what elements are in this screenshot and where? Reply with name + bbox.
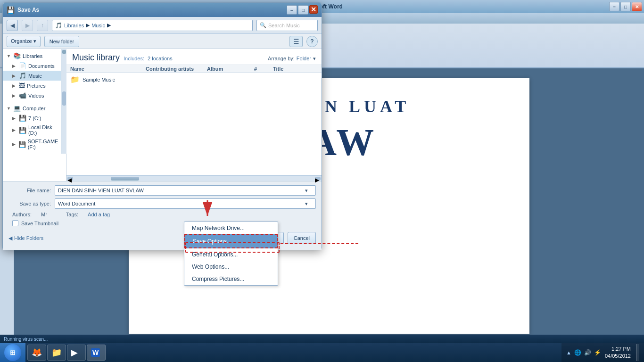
horizontal-scrollbar[interactable]: ◀ ▶ — [66, 175, 322, 181]
hide-folders-button[interactable]: ◀ Hide Folders — [8, 235, 43, 241]
taskbar-items: 🦊 📁 ▶ W — [25, 343, 561, 362]
save-thumbnail-label: Save Thumbnail — [21, 221, 58, 226]
libraries-label: Libraries — [23, 53, 42, 59]
includes-link[interactable]: 2 locations — [148, 56, 173, 61]
hide-folders-icon: ◀ — [8, 235, 12, 241]
filename-dropdown-arrow[interactable]: ▾ — [305, 188, 313, 194]
taskbar-right: ▲ 🌐 🔊 ⚡ 1:27 PM 04/05/2012 — [561, 343, 644, 362]
arrange-value[interactable]: Folder — [297, 56, 311, 61]
new-folder-button[interactable]: New folder — [44, 36, 80, 47]
nav-item-pictures[interactable]: ▶ 🖼 Pictures — [3, 81, 66, 90]
savetype-dropdown-arrow[interactable]: ▾ — [305, 201, 313, 207]
includes-label: Includes: — [124, 56, 144, 61]
menu-item-compress-pictures[interactable]: Compress Pictures... — [184, 273, 278, 285]
file-area-container: Music library Includes: 2 locations Arra… — [66, 49, 322, 181]
taskbar-item-firefox[interactable]: 🦊 — [27, 345, 46, 361]
menu-item-map-network[interactable]: Map Network Drive... — [184, 222, 278, 234]
dialog-body: ▼ 📚 Libraries ▶ 📄 Documents ▶ 🎵 Music ▶ … — [3, 49, 322, 181]
address-sep2: ▶ — [107, 22, 111, 28]
help-button[interactable]: ? — [306, 36, 318, 47]
cancel-button[interactable]: Cancel — [288, 232, 316, 244]
system-tray-icons: ▲ 🌐 🔊 ⚡ — [566, 349, 601, 356]
hscrollbar-thumb[interactable] — [111, 177, 139, 181]
tray-arrow-icon[interactable]: ▲ — [566, 350, 571, 355]
dialog-address-toolbar: ◀ ▶ ↑ 🎵 Libraries ▶ Music ▶ 🔍 Search Mus… — [3, 17, 322, 34]
volume-icon[interactable]: 🔊 — [584, 349, 591, 356]
system-clock[interactable]: 1:27 PM 04/05/2012 — [605, 346, 631, 360]
maximize-button[interactable]: □ — [620, 2, 631, 11]
dialog-title-bar: 💾 Save As – □ ✕ — [3, 3, 322, 17]
f-drive-icon: 💾 — [18, 141, 26, 148]
expand-libraries-icon: ▼ — [7, 54, 11, 58]
nav-item-libraries[interactable]: ▼ 📚 Libraries — [3, 51, 66, 61]
word-close-button[interactable]: ✕ — [632, 2, 642, 11]
search-box[interactable]: 🔍 Search Music — [256, 20, 318, 31]
menu-item-web-options[interactable]: Web Options... — [184, 261, 278, 273]
expand-f-icon: ▶ — [12, 142, 17, 147]
address-music: Music — [91, 23, 105, 28]
organize-button[interactable]: Organize ▾ — [7, 36, 41, 47]
view-toggle-button[interactable]: ☰ — [289, 36, 303, 47]
dialog-minimize-button[interactable]: – — [287, 5, 297, 15]
start-orb: ⊞ — [4, 344, 21, 361]
status-bar: Running virus scan... — [0, 335, 644, 343]
tags-value[interactable]: Add a tag — [88, 212, 110, 217]
col-artists-header[interactable]: Contributing artists — [146, 66, 207, 72]
hscrollbar-left-btn[interactable]: ◀ — [67, 177, 73, 181]
arrange-label: Arrange by: — [268, 56, 295, 61]
menu-item-general-options[interactable]: General Options... — [184, 248, 278, 261]
nav-item-c-drive[interactable]: ▶ 💾 7 (C:) — [3, 113, 66, 123]
list-item[interactable]: 📁 Sample Music — [66, 73, 322, 86]
nav-item-d-drive[interactable]: ▶ 💾 Local Disk (D:) — [3, 123, 66, 137]
expand-music-icon: ▶ — [12, 74, 17, 78]
show-desktop-button[interactable] — [636, 344, 639, 361]
c-drive-label: 7 (C:) — [28, 115, 41, 121]
battery-icon[interactable]: ⚡ — [594, 349, 601, 356]
forward-button[interactable]: ▶ — [22, 20, 33, 31]
savetype-label: Save as type: — [8, 201, 51, 206]
filename-input[interactable]: DIEN DAN SINH VIEN LUAT SVLAW ▾ — [55, 185, 316, 196]
address-path-icon: 🎵 — [55, 22, 62, 29]
cancel-label: Cancel — [294, 235, 310, 241]
savetype-input[interactable]: Word Document ▾ — [55, 198, 316, 209]
address-bar[interactable]: 🎵 Libraries ▶ Music ▶ — [52, 20, 253, 31]
up-button[interactable]: ↑ — [37, 20, 48, 31]
clock-date: 04/05/2012 — [605, 353, 631, 360]
library-includes: Includes: 2 locations — [124, 56, 173, 61]
taskbar: ⊞ 🦊 📁 ▶ W ▲ 🌐 🔊 ⚡ 1:27 PM 04/05/2012 — [0, 343, 644, 362]
dialog-maximize-button[interactable]: □ — [298, 5, 308, 15]
tags-row: Authors: Mr Tags: Add a tag — [8, 212, 316, 217]
start-button[interactable]: ⊞ — [0, 343, 25, 362]
taskbar-item-explorer[interactable]: 📁 — [47, 345, 66, 361]
hscrollbar-right-btn[interactable]: ▶ — [315, 177, 321, 181]
authors-value[interactable]: Mr — [41, 212, 47, 217]
dialog-second-toolbar: Organize ▾ New folder ☰ ? — [3, 34, 322, 49]
c-drive-icon: 💾 — [19, 115, 26, 122]
filename-row: File name: DIEN DAN SINH VIEN LUAT SVLAW… — [8, 185, 316, 196]
nav-item-computer[interactable]: ▼ 💻 Computer — [3, 103, 66, 113]
media-icon: ▶ — [71, 347, 78, 358]
nav-item-f-drive[interactable]: ▶ 💾 SOFT-GAME (F:) — [3, 137, 66, 151]
clock-time: 1:27 PM — [605, 346, 631, 353]
taskbar-item-word[interactable]: W — [87, 345, 106, 361]
menu-item-save-options[interactable]: Save Options... — [184, 234, 278, 248]
address-sep1: ▶ — [86, 22, 90, 28]
col-album-header[interactable]: Album — [207, 66, 254, 72]
address-libraries: Libraries — [64, 23, 84, 28]
nav-item-music[interactable]: ▶ 🎵 Music — [3, 71, 66, 81]
organize-label: Organize ▾ — [11, 38, 36, 44]
minimize-button[interactable]: – — [609, 2, 619, 11]
nav-item-documents[interactable]: ▶ 📄 Documents — [3, 61, 66, 71]
back-button[interactable]: ◀ — [7, 20, 18, 31]
nav-item-videos[interactable]: ▶ 📹 Videos — [3, 90, 66, 100]
network-icon[interactable]: 🌐 — [574, 349, 581, 356]
col-name-header[interactable]: Name — [70, 66, 146, 72]
taskbar-item-media[interactable]: ▶ — [67, 345, 86, 361]
search-placeholder: Search Music — [268, 23, 300, 28]
search-icon: 🔍 — [260, 22, 266, 28]
save-thumbnail-checkbox[interactable] — [12, 220, 18, 226]
videos-icon: 📹 — [19, 92, 26, 99]
d-drive-icon: 💾 — [19, 127, 26, 134]
word-icon: W — [91, 348, 100, 357]
dialog-close-button[interactable]: ✕ — [309, 5, 318, 14]
